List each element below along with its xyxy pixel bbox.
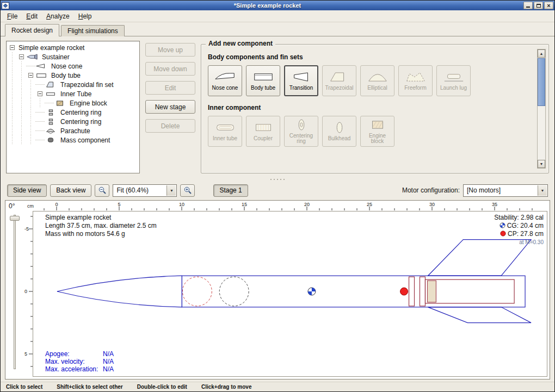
component-tree[interactable]: Simple example rocketSustainerNose coneB…: [6, 41, 140, 173]
tree-item-label: Parachute: [59, 127, 92, 135]
menu-file[interactable]: File: [3, 11, 22, 21]
tree-expander-icon[interactable]: [19, 54, 24, 59]
tab-bar: Rocket designFlight simulations: [1, 22, 554, 36]
tree-item-body-tube[interactable]: Body tube: [8, 71, 138, 80]
tree-item-label: Mass component: [59, 136, 112, 144]
add-body-tube-button[interactable]: Body tube: [246, 65, 280, 96]
tree-item-label: Engine block: [68, 99, 109, 107]
trapezoidal-icon: [328, 71, 351, 84]
mass-component-outline[interactable]: [219, 277, 249, 306]
component-scrollbar[interactable]: ▲ ▼: [537, 49, 546, 169]
tree-item-mass-component[interactable]: Mass component: [8, 135, 138, 145]
tree-expander-icon[interactable]: [28, 73, 33, 78]
flight-data: Apogee:N/A Max. velocity:N/A Max. accele…: [45, 350, 114, 373]
chevron-down-icon[interactable]: ▼: [166, 185, 176, 196]
title-bar[interactable]: *Simple example rocket ×: [1, 1, 554, 10]
body-tube-outline[interactable]: [182, 276, 525, 307]
scrollbar-thumb[interactable]: [538, 58, 545, 106]
engine-block-icon: [54, 99, 66, 107]
motor-config-value: [No motors]: [467, 186, 501, 194]
rotation-slider[interactable]: [14, 215, 16, 369]
centering-ring-outline[interactable]: [420, 277, 425, 306]
component-button-label: Nose cone: [212, 85, 238, 91]
add-component-group: Add new component Body components and fi…: [201, 44, 549, 173]
rocket-canvas[interactable]: Simple example rocket Length 37.5 cm, ma…: [33, 211, 547, 377]
add-nose-cone-button[interactable]: Nose cone: [208, 65, 242, 96]
body-tube-icon: [35, 72, 47, 79]
tree-item-trapezoidal-fin-set[interactable]: Trapezoidal fin set: [8, 80, 138, 89]
status-hint: Click to select: [6, 384, 42, 390]
parachute-outline[interactable]: [182, 277, 212, 306]
component-button-label: Inner tube: [213, 136, 237, 142]
component-button-label: Transition: [289, 85, 313, 91]
svg-text:0: 0: [24, 289, 27, 294]
tree-item-label: Inner Tube: [59, 90, 93, 98]
splitter-handle[interactable]: [1, 177, 554, 182]
move-down-button: Move down: [145, 62, 195, 76]
tree-item-centering-ring[interactable]: Centering ring: [8, 117, 138, 126]
transition-icon: [290, 71, 313, 84]
add-bulkhead-button: Bulkhead: [322, 116, 356, 147]
cp-marker: [400, 288, 408, 295]
rotation-control: 0°: [5, 201, 24, 379]
menu-edit[interactable]: Edit: [22, 11, 42, 21]
engine-block-outline[interactable]: [427, 281, 436, 302]
component-button-label: Centering ring: [286, 133, 317, 145]
inner-tube-outline[interactable]: [425, 279, 514, 303]
stage-toggle-button[interactable]: Stage 1: [213, 184, 248, 197]
centering-ring-outline[interactable]: [409, 277, 415, 306]
tab-flight-simulations[interactable]: Flight simulations: [61, 25, 125, 36]
rocket-dimensions: Length 37.5 cm, max. diameter 2.5 cm: [45, 222, 157, 230]
magnifier-plus-icon: [183, 186, 192, 195]
app-icon[interactable]: [2, 2, 9, 9]
tree-item-inner-tube[interactable]: Inner Tube: [8, 89, 138, 98]
menu-analyze[interactable]: Analyze: [42, 11, 74, 21]
add-transition-button[interactable]: Transition: [284, 65, 318, 96]
zoom-in-button[interactable]: [180, 184, 195, 197]
maximize-icon: [536, 4, 541, 8]
side-view-button[interactable]: Side view: [7, 184, 47, 197]
rotation-value: 0°: [9, 202, 15, 210]
max-acceleration-label: Max. acceleration:: [45, 365, 103, 373]
tree-item-sustainer[interactable]: Sustainer: [8, 52, 138, 61]
close-button[interactable]: ×: [544, 2, 553, 9]
tab-rocket-design[interactable]: Rocket design: [5, 24, 59, 36]
zoom-out-button[interactable]: [95, 184, 109, 197]
tree-item-parachute[interactable]: Parachute: [8, 126, 138, 135]
tree-expander-icon[interactable]: [10, 45, 15, 50]
back-view-button[interactable]: Back view: [50, 184, 91, 197]
ruler-unit-label: cm: [27, 203, 34, 209]
tree-item-nose-cone[interactable]: Nose cone: [8, 61, 138, 71]
stability-value: Stability: 2.98 cal: [494, 214, 544, 222]
scroll-up-icon[interactable]: ▲: [538, 49, 545, 58]
fin-bottom-outline[interactable]: [428, 307, 531, 323]
nose-cone-outline[interactable]: [57, 276, 182, 307]
tree-item-label: Body tube: [50, 72, 82, 79]
scroll-down-icon[interactable]: ▼: [538, 160, 545, 168]
rocket-name: Simple example rocket: [45, 214, 157, 222]
svg-text:15: 15: [242, 202, 247, 207]
tree-item-centering-ring[interactable]: Centering ring: [8, 108, 138, 117]
status-hint: Click+drag to move: [201, 384, 252, 390]
inner-tube-icon: [214, 121, 237, 135]
tree-item-engine-block[interactable]: Engine block: [8, 98, 138, 108]
rotation-slider-handle[interactable]: [10, 216, 20, 221]
minimize-button[interactable]: [523, 2, 533, 9]
add-engine-block-button: Engine block: [360, 116, 394, 147]
design-panel: Simple example rocketSustainerNose coneB…: [1, 36, 554, 177]
motor-config-select[interactable]: [No motors] ▼: [463, 184, 548, 197]
tree-expander-icon[interactable]: [38, 91, 42, 96]
new-stage-button[interactable]: New stage: [145, 100, 195, 114]
maximize-button[interactable]: [534, 2, 543, 9]
menu-bar: FileEditAnalyzeHelp: [1, 10, 554, 22]
component-button-label: Elliptical: [367, 85, 387, 91]
tree-item-label: Sustainer: [40, 53, 71, 61]
component-button-label: Bulkhead: [328, 136, 351, 142]
tree-item-simple-example-rocket[interactable]: Simple example rocket: [8, 43, 138, 52]
add-launch-lug-button: Launch lug: [436, 65, 471, 96]
chevron-down-icon[interactable]: ▼: [538, 185, 547, 196]
inner-tube-assembly-outline[interactable]: [409, 277, 515, 306]
zoom-select[interactable]: Fit (60.4%) ▼: [113, 184, 177, 197]
menu-help[interactable]: Help: [74, 11, 96, 21]
cg-row: CG: 20.4 cm: [494, 222, 544, 230]
